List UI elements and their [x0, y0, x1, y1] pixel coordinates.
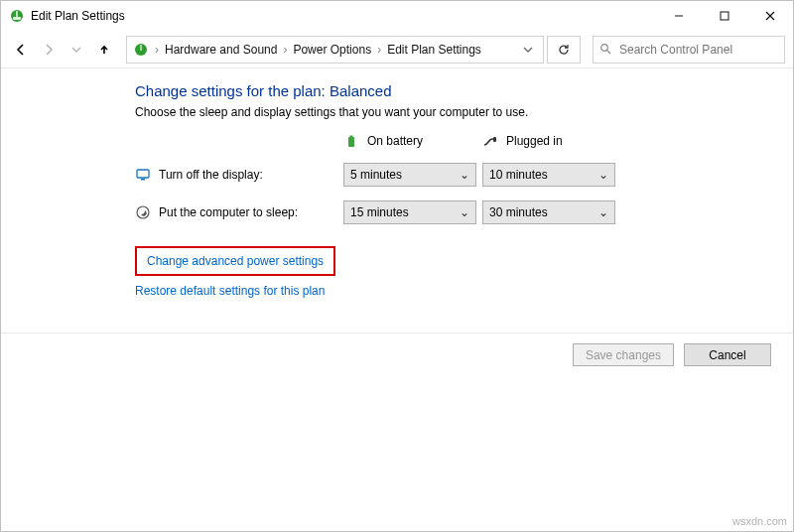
svg-rect-3 [721, 12, 728, 20]
titlebar: Edit Plan Settings [1, 1, 793, 32]
change-advanced-power-settings-link[interactable]: Change advanced power settings [147, 254, 324, 268]
display-plugged-value: 10 minutes [489, 168, 548, 182]
sleep-battery-value: 15 minutes [350, 205, 409, 219]
highlight-box: Change advanced power settings [135, 246, 335, 276]
svg-point-14 [137, 206, 149, 218]
svg-rect-9 [348, 137, 354, 147]
sleep-battery-select[interactable]: 15 minutes ⌄ [343, 200, 476, 224]
search-icon [599, 43, 611, 58]
chevron-down-icon: ⌄ [598, 168, 608, 182]
watermark: wsxdn.com [732, 515, 787, 527]
save-changes-button[interactable]: Save changes [573, 343, 674, 366]
chevron-right-icon: › [283, 43, 287, 57]
search-box[interactable] [593, 36, 785, 64]
column-label-battery: On battery [367, 134, 423, 148]
app-icon [9, 8, 25, 24]
forward-button[interactable] [37, 38, 61, 62]
svg-rect-1 [13, 17, 21, 20]
chevron-down-icon: ⌄ [460, 168, 469, 182]
svg-rect-11 [493, 137, 496, 142]
chevron-right-icon: › [377, 43, 381, 57]
close-button[interactable] [747, 1, 793, 31]
links-area: Change advanced power settings Restore d… [135, 246, 769, 298]
svg-rect-10 [350, 136, 353, 138]
breadcrumb-power-options[interactable]: Power Options [293, 43, 371, 57]
sleep-plugged-select[interactable]: 30 minutes ⌄ [482, 200, 615, 224]
footer: Save changes Cancel [1, 332, 793, 531]
svg-rect-13 [141, 179, 145, 181]
row-label-display: Turn off the display: [135, 167, 343, 183]
column-header-plugged: Plugged in [482, 133, 631, 149]
address-bar[interactable]: › Hardware and Sound › Power Options › E… [126, 36, 544, 64]
content-area: Change settings for the plan: Balanced C… [1, 68, 793, 298]
window: Edit Plan Settings › Hardware and Sound … [0, 0, 794, 532]
battery-icon [343, 133, 359, 149]
display-battery-value: 5 minutes [350, 168, 402, 182]
row-text-sleep: Put the computer to sleep: [159, 205, 298, 219]
search-input[interactable] [617, 42, 778, 58]
display-plugged-select[interactable]: 10 minutes ⌄ [482, 163, 615, 187]
chevron-right-icon: › [155, 43, 159, 57]
power-options-icon [133, 42, 149, 58]
up-button[interactable] [92, 38, 116, 62]
sleep-plugged-value: 30 minutes [489, 205, 548, 219]
chevron-down-icon: ⌄ [460, 205, 469, 219]
row-label-sleep: Put the computer to sleep: [135, 204, 343, 220]
restore-default-settings-link[interactable]: Restore default settings for this plan [135, 284, 325, 298]
column-label-plugged: Plugged in [506, 134, 563, 148]
refresh-button[interactable] [547, 36, 581, 64]
row-text-display: Turn off the display: [159, 168, 263, 182]
recent-locations-button[interactable] [65, 38, 88, 62]
svg-point-7 [601, 44, 608, 51]
sleep-icon [135, 204, 151, 220]
cancel-button[interactable]: Cancel [684, 343, 771, 366]
column-header-battery: On battery [343, 133, 482, 149]
page-description: Choose the sleep and display settings th… [135, 105, 769, 119]
address-history-button[interactable] [519, 45, 537, 55]
svg-rect-12 [137, 170, 149, 178]
minimize-button[interactable] [656, 1, 702, 31]
back-button[interactable] [9, 38, 33, 62]
svg-line-8 [607, 51, 610, 54]
nav-row: › Hardware and Sound › Power Options › E… [1, 32, 793, 68]
settings-grid: On battery Plugged in Turn off the displ… [135, 133, 769, 224]
breadcrumb-hardware-and-sound[interactable]: Hardware and Sound [165, 43, 277, 57]
display-icon [135, 167, 151, 183]
page-heading: Change settings for the plan: Balanced [135, 82, 769, 99]
maximize-button[interactable] [702, 1, 747, 31]
breadcrumb-edit-plan-settings[interactable]: Edit Plan Settings [387, 43, 481, 57]
window-title: Edit Plan Settings [31, 9, 125, 23]
chevron-down-icon: ⌄ [598, 205, 608, 219]
display-battery-select[interactable]: 5 minutes ⌄ [343, 163, 476, 187]
plug-icon [482, 133, 498, 149]
